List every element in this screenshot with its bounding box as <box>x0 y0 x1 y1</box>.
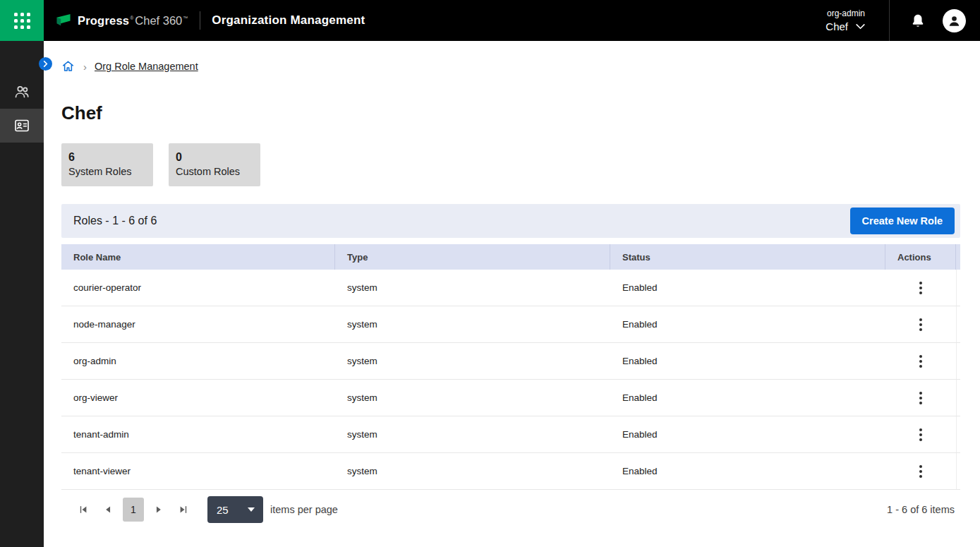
roles-panel-header: Roles - 1 - 6 of 6 Create New Role <box>61 204 960 238</box>
users-icon <box>13 83 30 100</box>
table-row: org-admin system Enabled <box>61 343 960 380</box>
custom-roles-label: Custom Roles <box>176 164 253 179</box>
role-name-cell: tenant-admin <box>61 429 335 440</box>
dropdown-caret-icon <box>248 507 255 512</box>
next-page-icon <box>154 505 164 515</box>
previous-page-button[interactable] <box>98 498 118 521</box>
row-actions-kebab-menu-button[interactable] <box>910 351 931 372</box>
items-per-page-label: items per page <box>270 504 338 515</box>
brand-chef360: Chef 360™ <box>134 14 188 28</box>
top-bar-right: org-admin Chef <box>825 0 980 41</box>
home-icon <box>61 60 75 73</box>
table-scroll-gutter <box>956 453 960 489</box>
table-row: tenant-admin system Enabled <box>61 416 960 453</box>
row-actions-kebab-menu-button[interactable] <box>910 314 931 335</box>
apps-menu-button[interactable] <box>0 0 44 41</box>
brand-progress: Progress® <box>78 14 134 28</box>
header-divider <box>200 11 200 30</box>
sidebar-expand-button[interactable] <box>39 57 52 71</box>
role-status-cell: Enabled <box>610 319 885 330</box>
column-header-status: Status <box>610 244 885 270</box>
app-root: Progress® Chef 360™ Organization Managem… <box>0 0 980 547</box>
roles-badge-icon <box>13 117 30 134</box>
table-row: courier-operator system Enabled <box>61 270 960 306</box>
role-name-cell: courier-operator <box>61 282 335 293</box>
breadcrumb-org-role-management-link[interactable]: Org Role Management <box>95 61 198 72</box>
role-status-cell: Enabled <box>610 392 885 403</box>
org-switcher-menu[interactable]: org-admin Chef <box>825 8 865 34</box>
page-size-dropdown[interactable]: 25 <box>207 496 263 523</box>
chevron-right-icon <box>42 61 49 67</box>
column-header-actions: Actions <box>885 244 956 270</box>
breadcrumb-separator: › <box>83 61 87 73</box>
system-roles-label: System Roles <box>68 164 146 179</box>
role-name-cell: org-admin <box>61 356 335 366</box>
role-type-cell: system <box>335 392 610 403</box>
sidebar-item-users[interactable] <box>0 75 44 109</box>
role-name-cell: org-viewer <box>61 392 335 403</box>
left-sidebar <box>0 41 44 547</box>
table-scroll-gutter <box>956 244 960 270</box>
user-role-label: org-admin <box>827 8 865 20</box>
bell-icon <box>910 13 926 29</box>
roles-panel: Roles - 1 - 6 of 6 Create New Role Role … <box>61 204 960 529</box>
top-bar: Progress® Chef 360™ Organization Managem… <box>0 0 980 41</box>
sidebar-item-org-roles[interactable] <box>0 109 44 143</box>
sidebar-nav <box>0 75 44 143</box>
first-page-button[interactable] <box>73 498 93 521</box>
row-actions-kebab-menu-button[interactable] <box>910 277 931 299</box>
apps-grid-icon <box>14 13 30 29</box>
breadcrumb-home-link[interactable] <box>61 60 75 73</box>
role-type-cell: system <box>335 429 610 440</box>
table-scroll-gutter <box>956 343 960 379</box>
roles-table-body: courier-operator system Enabled node-man… <box>61 270 960 490</box>
current-org-label: Chef <box>825 20 848 34</box>
role-name-cell: node-manager <box>61 319 335 330</box>
chevron-down-icon <box>856 24 865 30</box>
column-header-role-name: Role Name <box>61 244 335 270</box>
custom-roles-count: 0 <box>176 150 253 164</box>
pager-range-label: 1 - 6 of 6 items <box>887 504 955 515</box>
role-status-cell: Enabled <box>610 356 885 366</box>
page-number-button[interactable]: 1 <box>123 498 144 522</box>
prev-page-icon <box>103 505 113 515</box>
account-avatar-button[interactable] <box>943 9 966 32</box>
first-page-icon <box>78 505 88 515</box>
roles-table-header: Role Name Type Status Actions <box>61 244 960 270</box>
role-status-cell: Enabled <box>610 466 885 476</box>
row-actions-kebab-menu-button[interactable] <box>910 424 931 445</box>
table-scroll-gutter <box>956 306 960 342</box>
table-row: tenant-viewer system Enabled <box>61 453 960 490</box>
table-row: node-manager system Enabled <box>61 306 960 343</box>
table-pager: 1 25 items per page 1 - 6 of 6 items <box>61 490 960 529</box>
stats-row: 6 System Roles 0 Custom Roles <box>61 143 980 186</box>
last-page-button[interactable] <box>174 498 193 521</box>
page-title: Chef <box>61 102 980 124</box>
role-type-cell: system <box>335 282 610 293</box>
system-roles-count: 6 <box>68 150 146 164</box>
row-actions-kebab-menu-button[interactable] <box>910 387 931 409</box>
page-size-value: 25 <box>217 504 229 516</box>
role-type-cell: system <box>335 466 610 476</box>
table-row: org-viewer system Enabled <box>61 380 960 416</box>
main-content: › Org Role Management Chef 6 System Role… <box>44 41 980 547</box>
role-name-cell: tenant-viewer <box>61 466 335 476</box>
role-status-cell: Enabled <box>610 429 885 440</box>
table-scroll-gutter <box>956 270 960 306</box>
page-app-title: Organization Management <box>212 13 365 28</box>
role-type-cell: system <box>335 356 610 366</box>
breadcrumb: › Org Role Management <box>61 60 980 73</box>
brand-logo: Progress® Chef 360™ <box>55 13 188 28</box>
role-type-cell: system <box>335 319 610 330</box>
progress-chef-logo-icon <box>55 13 72 28</box>
create-new-role-button[interactable]: Create New Role <box>850 208 955 234</box>
row-actions-kebab-menu-button[interactable] <box>910 461 931 482</box>
next-page-button[interactable] <box>149 498 169 521</box>
stat-card-system-roles: 6 System Roles <box>61 143 153 186</box>
stat-card-custom-roles: 0 Custom Roles <box>169 143 260 186</box>
notifications-button[interactable] <box>910 13 926 29</box>
avatar-icon <box>948 14 961 28</box>
table-scroll-gutter <box>956 380 960 416</box>
role-status-cell: Enabled <box>610 282 885 293</box>
column-header-type: Type <box>335 244 610 270</box>
